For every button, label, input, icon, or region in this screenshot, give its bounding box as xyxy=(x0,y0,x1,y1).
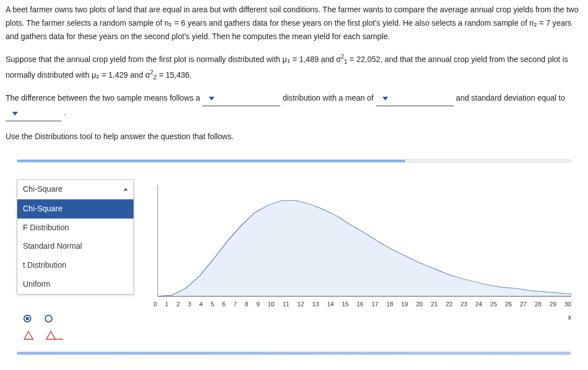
x-axis-ticks: 0 1 2 3 4 5 6 7 8 9 10 11 12 13 14 15 16… xyxy=(154,297,571,310)
dist-option-standard-normal[interactable]: Standard Normal xyxy=(17,237,133,256)
distribution-select[interactable]: Chi-Square Chi-Square F Distribution Sta… xyxy=(17,179,134,295)
problem-paragraph-1: A beet farmer owns two plots of land tha… xyxy=(6,3,582,43)
svg-marker-2 xyxy=(12,112,18,116)
shape-icons-row xyxy=(17,328,134,340)
selected-dist-label: Chi-Square xyxy=(23,183,63,196)
controls-column: Chi-Square Chi-Square F Distribution Sta… xyxy=(17,179,134,340)
chevron-down-icon xyxy=(12,111,18,116)
dist-option-t[interactable]: t Distribution xyxy=(17,256,133,275)
x-axis-label: x xyxy=(156,310,571,323)
p2a: Suppose that the annual crop yield from … xyxy=(6,55,341,64)
chart-column: 0 1 2 3 4 5 6 7 8 9 10 11 12 13 14 15 16… xyxy=(134,179,571,323)
distribution-options-list: Chi-Square F Distribution Standard Norma… xyxy=(17,200,133,294)
shape-icon-right-tail[interactable] xyxy=(45,328,65,340)
radio-option-2[interactable] xyxy=(45,315,52,322)
svg-marker-0 xyxy=(209,97,214,101)
instruction-text: Use the Distributions tool to help answe… xyxy=(6,130,582,144)
tool-slider-bottom[interactable] xyxy=(17,352,571,355)
shape-icon-left-tail[interactable] xyxy=(22,328,42,340)
p2c: = 15,436. xyxy=(157,70,192,79)
distribution-select-trigger[interactable]: Chi-Square xyxy=(17,180,133,200)
distributions-tool: Chi-Square Chi-Square F Distribution Sta… xyxy=(6,159,582,366)
chart-plot-area xyxy=(157,185,571,297)
distribution-curve xyxy=(158,185,571,296)
chevron-up-icon xyxy=(123,187,128,192)
radio-group xyxy=(17,315,134,322)
dist-option-chi-square[interactable]: Chi-Square xyxy=(17,200,133,219)
dist-option-f[interactable]: F Distribution xyxy=(17,219,133,238)
fill-b: distribution with a mean of xyxy=(283,93,376,102)
mean-value-dropdown[interactable] xyxy=(376,92,454,107)
distribution-type-dropdown[interactable] xyxy=(202,92,280,107)
radio-option-1[interactable] xyxy=(23,315,31,322)
fill-c: and standard deviation equal to xyxy=(456,93,565,102)
instr: Use the Distributions tool to help answe… xyxy=(6,132,234,141)
chevron-down-icon xyxy=(209,96,214,101)
svg-marker-1 xyxy=(383,97,388,101)
tool-slider-top[interactable] xyxy=(17,159,571,163)
problem-paragraph-2: Suppose that the annual crop yield from … xyxy=(6,52,582,82)
period: . xyxy=(64,108,66,117)
dist-option-uniform[interactable]: Uniform xyxy=(17,275,133,294)
stddev-value-dropdown[interactable] xyxy=(6,106,61,121)
fill-in-line: The difference between the two sample me… xyxy=(6,92,582,122)
chevron-down-icon xyxy=(383,96,388,101)
svg-marker-3 xyxy=(123,188,128,191)
p1-text: A beet farmer owns two plots of land tha… xyxy=(6,5,579,41)
fill-a: The difference between the two sample me… xyxy=(6,93,202,102)
